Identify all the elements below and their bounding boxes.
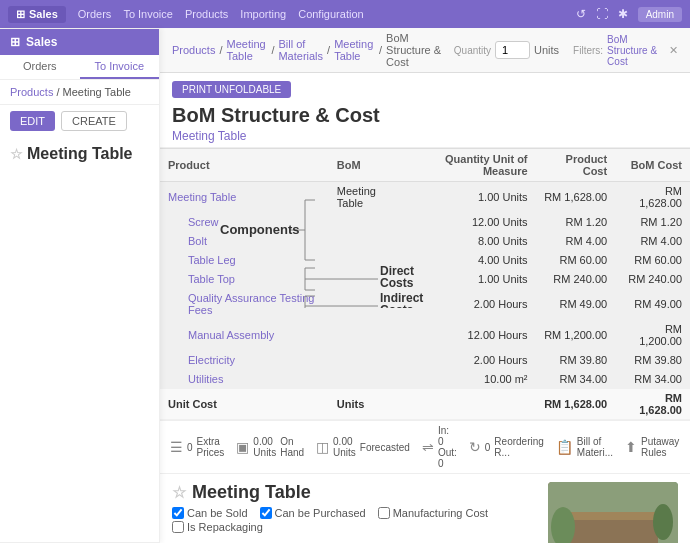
- product-link-6[interactable]: Manual Assembly: [188, 329, 274, 341]
- product-link-1[interactable]: Screw: [188, 216, 219, 228]
- reorder-icon: ↻: [469, 439, 481, 455]
- stats-forecasted[interactable]: ◫ 0.00 Units Forecasted: [316, 436, 410, 458]
- bom-cell-3: [329, 251, 407, 270]
- bom-cost-cell-1: RM 1.20: [615, 213, 690, 232]
- bom-table-row: Table Leg 4.00 Units RM 60.00 RM 60.00: [160, 251, 690, 270]
- product-checkboxes-2: Is Repackaging: [172, 521, 538, 533]
- product-link-3[interactable]: Table Leg: [188, 254, 236, 266]
- can-be-sold-checkbox[interactable]: Can be Sold: [172, 507, 248, 519]
- bom-cost-cell-4: RM 240.00: [615, 270, 690, 289]
- bug-icon[interactable]: ✱: [618, 7, 628, 21]
- product-link-2[interactable]: Bolt: [188, 235, 207, 247]
- star-icon[interactable]: ☆: [172, 483, 186, 502]
- bom-cell-4: [329, 270, 407, 289]
- print-unfoldable-btn[interactable]: PRINT UNFOLDABLE: [172, 81, 291, 98]
- product-link-5[interactable]: Quality Assurance Testing Fees: [188, 292, 314, 316]
- bom-cost-cell-3: RM 60.00: [615, 251, 690, 270]
- stats-on-hand[interactable]: ▣ 0.00 Units On Hand: [236, 436, 304, 458]
- qty-cell-2: 8.00 Units: [407, 232, 535, 251]
- breadcrumb-meeting-table-2[interactable]: Meeting Table: [334, 38, 375, 62]
- chart-icon: ◫: [316, 439, 329, 455]
- nav-importing[interactable]: Importing: [240, 8, 286, 20]
- total-product-cost: RM 1,628.00: [536, 389, 616, 420]
- qty-cell-8: 10.00 m²: [407, 370, 535, 389]
- stats-reordering[interactable]: ↻ 0 Reordering R...: [469, 436, 544, 458]
- product-panel: ☆ Meeting Table Can be Sold Can be Purch…: [160, 474, 690, 543]
- fullscreen-icon[interactable]: ⛶: [596, 7, 608, 21]
- col-qty-uom: Quantity Unit of Measure: [407, 149, 535, 182]
- breadcrumb-products[interactable]: Products: [10, 86, 53, 98]
- product-cost-cell-4: RM 240.00: [536, 270, 616, 289]
- transfer-icon: ⇌: [422, 439, 434, 455]
- breadcrumb-bom[interactable]: Bill of Materials: [278, 38, 323, 62]
- product-cost-cell-8: RM 34.00: [536, 370, 616, 389]
- bom-table-row: Bolt 8.00 Units RM 4.00 RM 4.00: [160, 232, 690, 251]
- bom-table-row: Utilities 10.00 m² RM 34.00 RM 34.00: [160, 370, 690, 389]
- bom-subtitle: Meeting Table: [172, 129, 380, 143]
- product-cost-cell-0: RM 1,628.00: [536, 182, 616, 213]
- bom-cell-5: [329, 289, 407, 320]
- bom-cost-cell-0: RM 1,628.00: [615, 182, 690, 213]
- quantity-unit: Units: [534, 44, 559, 56]
- stats-bill-of-materials[interactable]: 📋 Bill of Materi...: [556, 436, 613, 458]
- can-be-purchased-checkbox[interactable]: Can be Purchased: [260, 507, 366, 519]
- product-link-4[interactable]: Table Top: [188, 273, 235, 285]
- quantity-input[interactable]: [495, 41, 530, 59]
- create-button[interactable]: CREATE: [61, 111, 127, 131]
- product-link-8[interactable]: Utilities: [188, 373, 223, 385]
- left-tab-to-invoice[interactable]: To Invoice: [80, 55, 160, 79]
- qty-cell-3: 4.00 Units: [407, 251, 535, 270]
- breadcrumb-bar: Products / Meeting Table / Bill of Mater…: [160, 28, 690, 73]
- breadcrumb-current: BoM Structure & Cost: [386, 32, 450, 68]
- bom-cell-1: [329, 213, 407, 232]
- product-name-area: ☆ Meeting Table: [172, 482, 538, 503]
- qty-cell-6: 12.00 Hours: [407, 320, 535, 351]
- filter-close[interactable]: ✕: [669, 44, 678, 57]
- col-product-cost: Product Cost: [536, 149, 616, 182]
- product-link-7[interactable]: Electricity: [188, 354, 235, 366]
- is-repackaging-checkbox[interactable]: Is Repackaging: [172, 521, 263, 533]
- stats-in-out[interactable]: ⇌ In: 0 Out: 0: [422, 425, 457, 469]
- breadcrumb-meeting-table[interactable]: Meeting Table: [226, 38, 267, 62]
- product-cost-cell-2: RM 4.00: [536, 232, 616, 251]
- bom-cell-8: [329, 370, 407, 389]
- svg-rect-21: [568, 512, 658, 520]
- bom-icon: 📋: [556, 439, 573, 455]
- total-unit-cost-label: Unit Cost: [160, 389, 329, 420]
- bom-cell-0: Meeting Table: [329, 182, 407, 213]
- breadcrumb-products-link[interactable]: Products: [172, 44, 215, 56]
- product-cost-cell-3: RM 60.00: [536, 251, 616, 270]
- app-logo[interactable]: ⊞ Sales: [8, 6, 66, 23]
- nav-to-invoice[interactable]: To Invoice: [123, 8, 173, 20]
- manufacturing-cost-checkbox[interactable]: Manufacturing Cost: [378, 507, 488, 519]
- total-bom-cost: RM 1,628.00: [615, 389, 690, 420]
- bom-cell-7: [329, 351, 407, 370]
- qty-cell-0: 1.00 Units: [407, 182, 535, 213]
- left-nav-actions: EDIT CREATE: [0, 105, 159, 137]
- stats-extra-prices[interactable]: ☰ 0 Extra Prices: [170, 436, 224, 458]
- nav-orders[interactable]: Orders: [78, 8, 112, 20]
- stats-putaway[interactable]: ⬆ Putaway Rules: [625, 436, 679, 458]
- bom-cost-cell-7: RM 39.80: [615, 351, 690, 370]
- nav-configuration[interactable]: Configuration: [298, 8, 363, 20]
- bom-table-container: Product BoM Quantity Unit of Measure Pro…: [160, 148, 690, 420]
- user-menu[interactable]: Admin: [638, 7, 682, 22]
- col-bom: BoM: [329, 149, 407, 182]
- product-link-0[interactable]: Meeting Table: [168, 191, 236, 203]
- bom-title: BoM Structure & Cost: [172, 104, 380, 127]
- putaway-icon: ⬆: [625, 439, 637, 455]
- bom-cell-2: [329, 232, 407, 251]
- edit-button[interactable]: EDIT: [10, 111, 55, 131]
- filter-bom[interactable]: BoM Structure & Cost: [607, 34, 665, 67]
- star-icon-left[interactable]: ☆: [10, 146, 23, 162]
- bom-total-row: Unit Cost Units RM 1,628.00 RM 1,628.00: [160, 389, 690, 420]
- nav-products[interactable]: Products: [185, 8, 228, 20]
- refresh-icon[interactable]: ↺: [576, 7, 586, 21]
- product-image: [548, 482, 678, 543]
- bom-cost-cell-2: RM 4.00: [615, 232, 690, 251]
- left-tab-orders[interactable]: Orders: [0, 55, 80, 79]
- left-nav-tabs: Orders To Invoice: [0, 55, 159, 80]
- list-icon: ☰: [170, 439, 183, 455]
- qty-cell-5: 2.00 Hours: [407, 289, 535, 320]
- stats-bar: ☰ 0 Extra Prices ▣ 0.00 Units On Hand ◫ …: [160, 420, 690, 474]
